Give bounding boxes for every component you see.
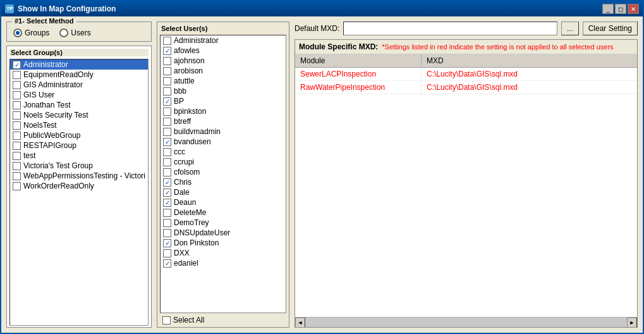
group-checkbox[interactable] [13,132,21,140]
window-title: Show In Map Configuration [18,4,116,13]
restore-button[interactable]: ◻ [615,4,626,14]
list-item[interactable]: DemoTrey [161,218,286,228]
radio-groups[interactable]: Groups [13,28,49,37]
list-item[interactable]: DXX [161,248,286,258]
scroll-right-arrow[interactable]: ► [627,318,637,328]
user-checkbox[interactable] [163,148,171,156]
group-checkbox[interactable] [13,81,21,89]
user-checkbox[interactable]: ✓ [163,189,171,197]
user-checkbox[interactable] [163,249,171,257]
list-item[interactable]: ✓Administrator [10,59,148,70]
module-table-body[interactable]: SewerLACPInspectionC:\Lucity\Data\GIS\sq… [295,68,637,317]
list-item[interactable]: ajohnson [161,56,286,66]
middle-panel: Select User(s) Administrator✓afowlesajoh… [157,22,289,328]
group-checkbox[interactable] [13,101,21,109]
list-item[interactable]: ✓bvandusen [161,137,286,147]
list-item[interactable]: PublicWebGroup [10,130,148,140]
list-item[interactable]: ✓BP [161,96,286,106]
radio-users[interactable]: Users [59,28,90,37]
list-item[interactable]: RESTAPIGroup [10,140,148,151]
user-checkbox[interactable] [163,158,171,166]
clear-setting-button[interactable]: Clear Setting [583,22,638,35]
list-item[interactable]: bpinkston [161,106,286,116]
group-checkbox[interactable] [13,172,21,180]
list-item[interactable]: Victoria's Test Group [10,161,148,171]
user-checkbox[interactable] [163,229,171,237]
group-checkbox[interactable] [13,71,21,79]
user-checkbox[interactable] [163,57,171,65]
list-item[interactable]: GIS Administrator [10,80,148,90]
list-item[interactable]: ✓Chris [161,177,286,187]
close-button[interactable]: ✕ [628,4,639,14]
user-checkbox[interactable] [163,168,171,176]
module-cell-mxd: C:\Lucity\Data\GIS\sql.mxd [422,81,637,94]
user-checkbox[interactable]: ✓ [163,199,171,207]
group-checkbox[interactable] [13,121,21,130]
scroll-left-arrow[interactable]: ◄ [295,318,305,328]
user-checkbox[interactable]: ✓ [163,239,171,247]
users-list[interactable]: Administrator✓afowlesajohnsonarobisonatu… [160,35,286,313]
list-item[interactable]: ✓Deaun [161,197,286,207]
group-name: Victoria's Test Group [23,161,93,170]
user-checkbox[interactable] [163,67,171,75]
user-checkbox[interactable] [163,77,171,85]
browse-button[interactable]: ... [561,22,579,35]
default-mxd-row: Default MXD: ... Clear Setting [295,22,638,35]
list-item[interactable]: ✓Dale [161,187,286,197]
list-item[interactable]: ccc [161,147,286,157]
user-checkbox[interactable] [163,219,171,227]
select-all-row: Select All [160,313,286,326]
list-item[interactable]: GIS User [10,90,148,100]
list-item[interactable]: Administrator [161,35,286,46]
list-item[interactable]: EquipmentReadOnly [10,70,148,80]
group-checkbox[interactable] [13,162,21,170]
group-checkbox[interactable] [13,182,21,190]
list-item[interactable]: test [10,151,148,161]
user-checkbox[interactable]: ✓ [163,47,171,55]
user-checkbox[interactable] [163,209,171,217]
user-checkbox[interactable] [163,118,171,126]
scroll-track[interactable] [305,318,627,327]
group-checkbox[interactable] [13,142,21,150]
horizontal-scrollbar[interactable]: ◄ ► [295,317,637,327]
list-item[interactable]: DNSUpdateUser [161,228,286,238]
list-item[interactable]: buildvmadmin [161,127,286,137]
group-checkbox[interactable]: ✓ [13,61,21,69]
list-item[interactable]: DeleteMe [161,207,286,218]
list-item[interactable]: arobison [161,66,286,76]
list-item[interactable]: ✓edaniel [161,258,286,268]
group-checkbox[interactable] [13,91,21,99]
radio-users-circle [59,28,68,37]
default-mxd-input[interactable] [343,22,557,35]
list-item[interactable]: cfolsom [161,167,286,177]
user-checkbox[interactable]: ✓ [163,178,171,187]
table-row[interactable]: SewerLACPInspectionC:\Lucity\Data\GIS\sq… [295,68,637,81]
list-item[interactable]: ✓afowles [161,46,286,56]
list-item[interactable]: NoelsTest [10,120,148,130]
groups-list[interactable]: ✓AdministratorEquipmentReadOnlyGIS Admin… [9,59,149,326]
table-row[interactable]: RawWaterPipeInspectionC:\Lucity\Data\GIS… [295,81,637,94]
user-name: ccc [174,147,185,156]
user-checkbox[interactable]: ✓ [163,138,171,146]
list-item[interactable]: Noels Security Test [10,110,148,120]
group-checkbox[interactable] [13,111,21,120]
user-checkbox[interactable] [163,108,171,116]
list-item[interactable]: atuttle [161,76,286,86]
list-item[interactable]: WebAppPermissionsTesting - Victori [10,171,148,181]
user-checkbox[interactable] [163,37,171,45]
list-item[interactable]: bbb [161,86,286,96]
user-checkbox[interactable]: ✓ [163,97,171,106]
user-checkbox[interactable] [163,87,171,96]
select-all-checkbox[interactable] [162,316,171,325]
list-item[interactable]: ccrupi [161,157,286,167]
list-item[interactable]: WorkOrderReadOnly [10,181,148,191]
user-name: Dale [174,188,190,197]
list-item[interactable]: btreff [161,116,286,127]
minimize-button[interactable]: _ [602,4,614,14]
list-item[interactable]: Jonathan Test [10,100,148,110]
list-item[interactable]: ✓Don Pinkston [161,238,286,248]
user-name: BP [174,97,184,106]
user-checkbox[interactable]: ✓ [163,259,171,268]
user-checkbox[interactable] [163,128,171,136]
group-checkbox[interactable] [13,152,21,160]
